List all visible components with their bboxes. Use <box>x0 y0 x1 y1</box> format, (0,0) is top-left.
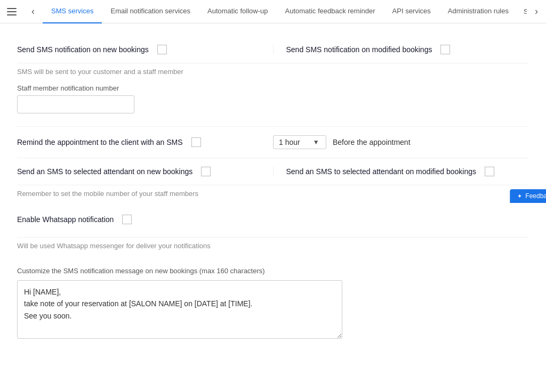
hamburger-icon <box>7 8 17 15</box>
sms-attendant-row: Send an SMS to selected attendant on new… <box>17 158 529 185</box>
whatsapp-row: Enable Whatsapp notification <box>17 215 529 224</box>
before-appointment-text: Before the appointment <box>333 138 411 146</box>
sms-attendant-new-label: Send an SMS to selected attendant on new… <box>17 167 192 176</box>
reminder-left: Remind the appointment to the client wit… <box>17 137 273 147</box>
dropdown-arrow-icon: ▼ <box>313 138 319 146</box>
sms-new-bookings-label: Send SMS notification on new bookings <box>17 45 149 54</box>
main-content: Send SMS notification on new bookings Se… <box>0 23 546 392</box>
sms-attendant-new-checkbox[interactable] <box>201 167 211 176</box>
message-textarea[interactable] <box>17 280 342 339</box>
staff-number-input[interactable] <box>17 95 134 113</box>
sms-bookings-row: Send SMS notification on new bookings Se… <box>17 36 529 63</box>
tab-salon[interactable]: Salon <box>517 0 527 23</box>
tab-sms-services[interactable]: SMS services <box>43 0 102 23</box>
reminder-checkbox[interactable] <box>191 137 201 147</box>
sms-attendant-modified-label: Send an SMS to selected attendant on mod… <box>286 167 476 176</box>
tab-email-notification[interactable]: Email notification services <box>102 0 199 23</box>
tab-admin-rules[interactable]: Administration rules <box>439 0 517 23</box>
nav-right-arrow-button[interactable]: › <box>527 0 546 23</box>
whatsapp-helper-text: Will be used Whatsapp messenger for deli… <box>17 238 529 258</box>
sms-new-bookings-col: Send SMS notification on new bookings <box>17 45 274 54</box>
sms-helper-text: SMS will be sent to your customer and a … <box>17 63 529 84</box>
sms-modified-bookings-col: Send SMS notification on modified bookin… <box>274 45 529 54</box>
reminder-right: 1 hour ▼ Before the appointment <box>273 135 529 149</box>
sms-modified-bookings-checkbox[interactable] <box>440 45 450 54</box>
customize-section: Customize the SMS notification message o… <box>17 258 529 349</box>
staff-number-section: Staff member notification number <box>17 84 529 113</box>
sms-attendant-modified-checkbox[interactable] <box>485 167 494 176</box>
nav-left-arrow-button[interactable]: ‹ <box>23 0 43 23</box>
tab-feedback-reminder[interactable]: Automatic feedback reminder <box>276 0 383 23</box>
whatsapp-label: Enable Whatsapp notification <box>17 215 114 224</box>
hour-select-text: 1 hour <box>279 138 300 146</box>
sms-modified-bookings-label: Send SMS notification on modified bookin… <box>286 45 432 54</box>
reminder-section: Remind the appointment to the client wit… <box>17 127 529 158</box>
sms-attendant-modified-col: Send an SMS to selected attendant on mod… <box>274 167 529 176</box>
nav-tabs: SMS services Email notification services… <box>43 0 527 23</box>
feedback-button[interactable]: ✦ Feedback <box>510 189 546 203</box>
right-arrow-icon: › <box>535 6 538 17</box>
tab-automatic-followup[interactable]: Automatic follow-up <box>199 0 276 23</box>
attendant-helper-text: Remember to set the mobile number of you… <box>17 185 529 206</box>
hour-select[interactable]: 1 hour ▼ <box>273 135 326 149</box>
sms-new-bookings-checkbox[interactable] <box>157 45 167 54</box>
sms-attendant-new-col: Send an SMS to selected attendant on new… <box>17 167 274 176</box>
staff-number-label: Staff member notification number <box>17 84 529 92</box>
reminder-label: Remind the appointment to the client wit… <box>17 138 183 146</box>
whatsapp-checkbox[interactable] <box>122 215 132 224</box>
top-nav: ‹ SMS services Email notification servic… <box>0 0 546 23</box>
feedback-star-icon: ✦ <box>517 193 522 200</box>
tab-api-services[interactable]: API services <box>384 0 439 23</box>
left-arrow-icon: ‹ <box>31 6 35 17</box>
menu-button[interactable] <box>0 0 23 23</box>
customize-label: Customize the SMS notification message o… <box>17 267 529 275</box>
whatsapp-section: Enable Whatsapp notification <box>17 206 529 238</box>
feedback-label: Feedback <box>525 192 546 200</box>
